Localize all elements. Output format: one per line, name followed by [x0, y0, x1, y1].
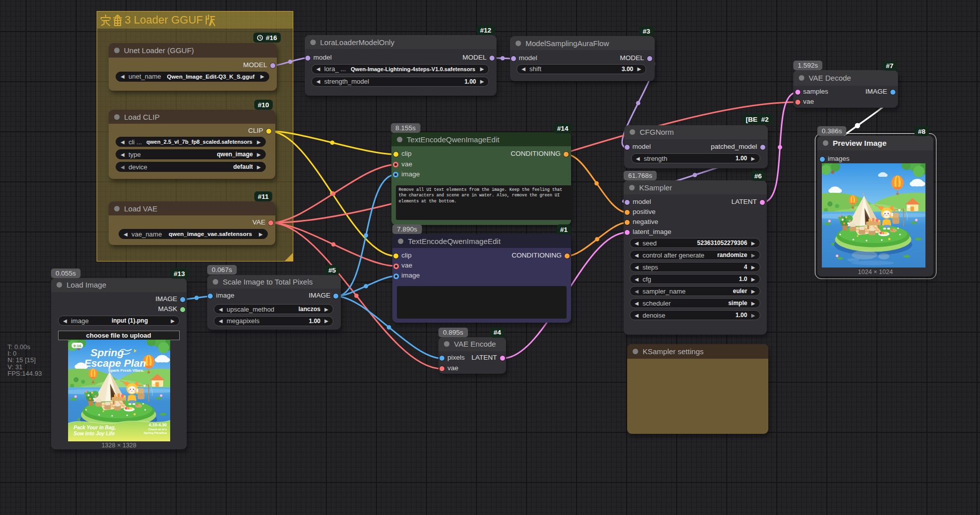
svg-text:9:16: 9:16	[73, 343, 82, 348]
svg-text:Sow into Joy Life: Sow into Joy Life	[74, 431, 115, 436]
svg-text:Spark Fresh Vibes.: Spark Fresh Vibes.	[108, 368, 144, 373]
svg-text:Escape Plan: Escape Plan	[84, 357, 146, 369]
svg-text:Spring Paradise: Spring Paradise	[144, 431, 167, 434]
svg-text:4.10-4.30: 4.10-4.30	[149, 422, 167, 427]
svg-text:Spring: Spring	[90, 347, 124, 358]
svg-text:Pack Your in Bag,: Pack Your in Bag,	[74, 425, 116, 430]
svg-text:Check at in's: Check at in's	[148, 428, 167, 431]
